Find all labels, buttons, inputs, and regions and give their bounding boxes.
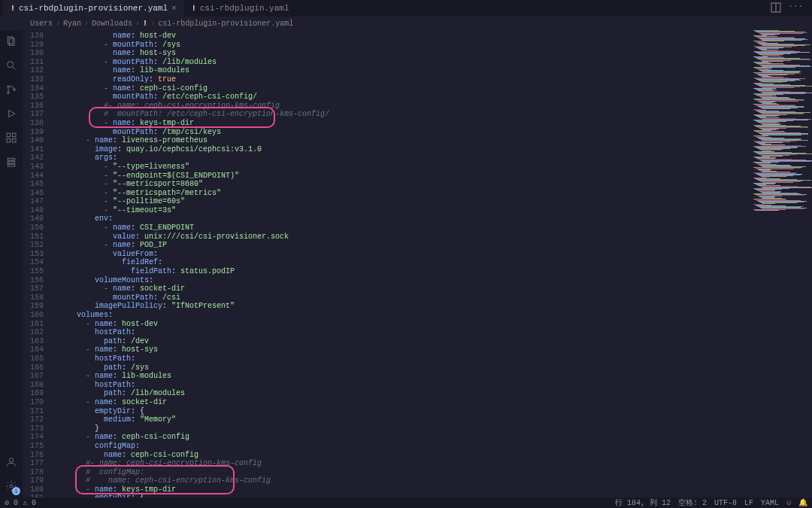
- svg-rect-2: [8, 37, 13, 44]
- svg-rect-11: [12, 133, 16, 137]
- code-line[interactable]: path: /dev: [50, 337, 812, 346]
- explorer-icon[interactable]: [5, 35, 18, 48]
- code-line[interactable]: args:: [50, 154, 812, 163]
- code-line[interactable]: - "--endpoint=$(CSI_ENDPOINT)": [50, 172, 812, 181]
- svg-point-4: [8, 62, 14, 68]
- warn-icon: !: [11, 5, 15, 13]
- code-line[interactable]: - "--timeout=3s": [50, 206, 812, 215]
- code-line[interactable]: - name: keys-tmp-dir: [50, 485, 812, 494]
- code-line[interactable]: volumes:: [50, 311, 812, 320]
- code-line[interactable]: volumeMounts:: [50, 276, 812, 285]
- code-line[interactable]: readOnly: true: [50, 75, 812, 84]
- status-errors[interactable]: ⊘ 0: [5, 498, 18, 507]
- code-line[interactable]: # mountPath: /etc/ceph-csi-encryption-km…: [50, 110, 812, 119]
- more-actions-icon[interactable]: ···: [788, 2, 803, 16]
- status-lang[interactable]: YAML: [761, 499, 779, 507]
- database-icon[interactable]: [5, 155, 18, 169]
- svg-line-5: [13, 67, 15, 69]
- run-debug-icon[interactable]: [5, 107, 18, 120]
- svg-point-8: [14, 89, 16, 91]
- breadcrumb-item[interactable]: Ryan: [63, 20, 81, 28]
- code-line[interactable]: - name: socket-dir: [50, 284, 812, 294]
- code-line[interactable]: name: lib-modules: [50, 66, 812, 75]
- code-line[interactable]: hostPath:: [50, 381, 812, 390]
- code-line[interactable]: - name: socket-dir: [50, 398, 812, 407]
- svg-rect-12: [7, 138, 11, 142]
- code-line[interactable]: #- name: ceph-csi-encryption-kms-config: [50, 102, 812, 111]
- svg-rect-3: [9, 38, 14, 45]
- code-line[interactable]: mountPath: /etc/ceph-csi-config/: [50, 93, 812, 102]
- code-line[interactable]: path: /lib/modules: [50, 389, 812, 398]
- code-line[interactable]: emptyDir: {: [50, 407, 812, 416]
- svg-rect-13: [12, 138, 16, 142]
- code-line[interactable]: # name: ceph-csi-encryption-kms-config: [50, 476, 812, 485]
- title-bar: !csi-rbdplugin-provisioner.yaml×!csi-rbd…: [0, 0, 812, 17]
- code-line[interactable]: image: quay.io/cephcsi/cephcsi:v3.1.0: [50, 145, 812, 154]
- breadcrumbs[interactable]: Users›Ryan›Downloads›!›csi-rbdplugin-pro…: [0, 17, 812, 30]
- code-line[interactable]: mountPath: /tmp/csi/keys: [50, 128, 812, 137]
- svg-rect-14: [8, 158, 14, 160]
- code-content[interactable]: name: host-dev - mountPath: /sys name: h…: [50, 30, 812, 499]
- line-numbers: 1281291301311321331341351361371381391401…: [23, 30, 50, 499]
- status-bar: ⊘ 0 ⚠ 0 行 184, 列 12 空格: 2 UTF-8 LF YAML …: [0, 497, 812, 508]
- code-line[interactable]: - name: POD_IP: [50, 241, 812, 250]
- status-ln-col[interactable]: 行 184, 列 12: [615, 497, 671, 508]
- code-line[interactable]: - "--metricspath=/metrics": [50, 189, 812, 198]
- status-spaces[interactable]: 空格: 2: [678, 497, 707, 508]
- status-encoding[interactable]: UTF-8: [714, 499, 737, 507]
- tab-0[interactable]: !csi-rbdplugin-provisioner.yaml×: [3, 0, 184, 17]
- split-editor-icon[interactable]: [770, 2, 782, 16]
- code-line[interactable]: hostPath:: [50, 328, 812, 337]
- tab-1[interactable]: !csi-rbdplugin.yaml: [184, 0, 297, 17]
- code-line[interactable]: # configMap:: [50, 468, 812, 477]
- code-line[interactable]: path: /sys: [50, 364, 812, 373]
- code-line[interactable]: - name: liveness-prometheus: [50, 136, 812, 145]
- code-line[interactable]: - "--type=liveness": [50, 163, 812, 172]
- breadcrumb-item[interactable]: Users: [30, 20, 53, 28]
- editor[interactable]: 1281291301311321331341351361371381391401…: [23, 30, 812, 499]
- settings-gear-icon[interactable]: 1: [5, 479, 18, 493]
- code-line[interactable]: - name: lib-modules: [50, 372, 812, 381]
- status-warnings[interactable]: ⚠ 0: [23, 498, 36, 507]
- code-line[interactable]: - name: keys-tmp-dir: [50, 119, 812, 128]
- code-line[interactable]: value: unix:///csi/csi-provisioner.sock: [50, 233, 812, 242]
- code-line[interactable]: - "--metricsport=8680": [50, 180, 812, 189]
- svg-rect-10: [7, 133, 11, 137]
- close-icon[interactable]: ×: [171, 4, 177, 13]
- code-line[interactable]: imagePullPolicy: "IfNotPresent": [50, 302, 812, 311]
- extensions-icon[interactable]: [5, 131, 18, 144]
- breadcrumb-item[interactable]: csi-rbdplugin-provisioner.yaml: [158, 20, 293, 28]
- account-icon[interactable]: [5, 455, 18, 469]
- code-line[interactable]: medium: "Memory": [50, 415, 812, 424]
- code-line[interactable]: - name: ceph-csi-config: [50, 433, 812, 442]
- code-line[interactable]: - name: ceph-csi-config: [50, 84, 812, 93]
- code-line[interactable]: - name: host-dev: [50, 320, 812, 329]
- code-line[interactable]: #- name: ceph-csi-encryption-kms-config: [50, 459, 812, 468]
- search-icon[interactable]: [5, 59, 18, 72]
- code-line[interactable]: name: ceph-csi-config: [50, 451, 812, 460]
- breadcrumb-item[interactable]: !: [143, 20, 147, 28]
- code-line[interactable]: mountPath: /csi: [50, 294, 812, 303]
- breadcrumb-item[interactable]: Downloads: [92, 20, 132, 28]
- svg-point-7: [8, 92, 10, 94]
- code-line[interactable]: - mountPath: /lib/modules: [50, 58, 812, 67]
- status-eol[interactable]: LF: [744, 499, 753, 507]
- code-line[interactable]: - name: CSI_ENDPOINT: [50, 224, 812, 233]
- code-line[interactable]: valueFrom:: [50, 250, 812, 259]
- code-line[interactable]: fieldRef:: [50, 258, 812, 267]
- code-line[interactable]: - name: host-sys: [50, 345, 812, 354]
- status-bell-icon[interactable]: 🔔: [798, 498, 807, 507]
- source-control-icon[interactable]: [5, 83, 18, 96]
- code-line[interactable]: hostPath:: [50, 354, 812, 364]
- status-feedback-icon[interactable]: ☺: [786, 499, 791, 507]
- code-line[interactable]: env:: [50, 214, 812, 224]
- code-line[interactable]: configMap:: [50, 442, 812, 451]
- code-line[interactable]: fieldPath: status.podIP: [50, 267, 812, 276]
- settings-badge: 1: [12, 487, 20, 495]
- minimap[interactable]: [749, 30, 812, 499]
- code-line[interactable]: name: host-sys: [50, 49, 812, 58]
- code-line[interactable]: }: [50, 424, 812, 433]
- code-line[interactable]: name: host-dev: [50, 32, 812, 41]
- code-line[interactable]: - "--polltime=60s": [50, 197, 812, 206]
- code-line[interactable]: - mountPath: /sys: [50, 41, 812, 50]
